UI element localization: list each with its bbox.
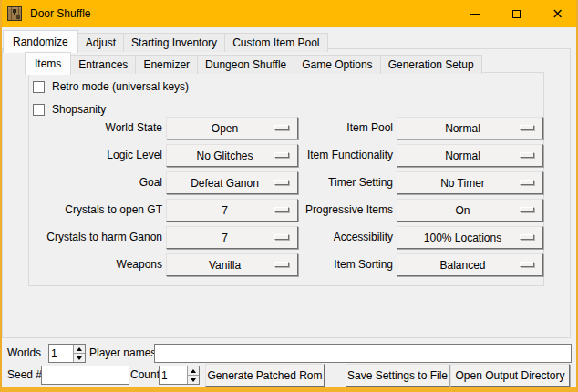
app-window: Door Shuffle × Randomize Adjust Starting… xyxy=(0,0,578,392)
item-functionality-value: Normal xyxy=(445,150,480,162)
dropdown-indicator-icon xyxy=(520,262,534,267)
maximize-icon xyxy=(512,10,521,18)
worlds-spinner[interactable] xyxy=(48,344,86,363)
timer-setting-value: No Timer xyxy=(440,177,485,190)
weapons-value: Vanilla xyxy=(209,259,241,272)
dropdown-indicator-icon xyxy=(520,207,534,212)
count-spin-up-button[interactable] xyxy=(188,366,199,375)
count-spinner-arrows xyxy=(187,366,199,384)
seed-input[interactable] xyxy=(41,366,129,385)
progressive-items-value: On xyxy=(455,204,470,217)
count-spin-down-button[interactable] xyxy=(188,375,199,384)
worlds-spin-up-button[interactable] xyxy=(74,345,85,353)
shopsanity-label: Shopsanity xyxy=(52,103,106,116)
tab-items[interactable]: Items xyxy=(25,52,71,75)
crystals-ganon-value: 7 xyxy=(222,232,228,244)
weapons-label: Weapons xyxy=(31,253,162,276)
arrow-down-icon xyxy=(77,356,82,360)
count-spinner[interactable] xyxy=(159,366,200,385)
window-title: Door Shuffle xyxy=(30,7,91,20)
items-panel: Retro mode (universal keys) Shopsanity W… xyxy=(28,72,544,286)
logic-level-label: Logic Level xyxy=(31,144,162,167)
shopsanity-checkbox-row[interactable]: Shopsanity xyxy=(33,102,106,117)
tab-game-options[interactable]: Game Options xyxy=(294,55,380,74)
dropdown-indicator-icon xyxy=(520,180,534,185)
worlds-label: Worlds xyxy=(7,344,41,363)
world-state-value: Open xyxy=(212,122,238,135)
worlds-input[interactable] xyxy=(49,345,73,362)
item-sorting-label: Item Sorting xyxy=(262,253,393,276)
crystals-gt-value: 7 xyxy=(222,204,228,217)
timer-setting-dropdown[interactable]: No Timer xyxy=(397,171,543,194)
crystals-ganon-label: Crystals to harm Ganon xyxy=(31,226,162,249)
goal-label: Goal xyxy=(31,171,162,194)
main-tabstrip: Randomize Adjust Starting Inventory Cust… xyxy=(3,30,327,52)
accessibility-dropdown[interactable]: 100% Locations xyxy=(397,226,543,249)
randomize-panel: Retro mode (universal keys) Shopsanity W… xyxy=(2,48,571,338)
item-functionality-label: Item Functionality xyxy=(262,144,393,167)
progressive-items-label: Progressive Items xyxy=(262,199,393,222)
count-label: Count xyxy=(130,366,160,385)
progressive-items-dropdown[interactable]: On xyxy=(397,199,543,222)
sub-tabstrip: Items Entrances Enemizer Dungeon Shuffle… xyxy=(25,52,481,74)
minimize-icon xyxy=(470,14,480,15)
dropdown-indicator-icon xyxy=(520,234,534,240)
item-sorting-dropdown[interactable]: Balanced xyxy=(397,253,543,276)
world-state-label: World State xyxy=(31,117,162,139)
retro-mode-checkbox-row[interactable]: Retro mode (universal keys) xyxy=(33,79,189,94)
item-sorting-value: Balanced xyxy=(439,259,485,272)
timer-setting-label: Timer Setting xyxy=(262,171,393,194)
item-pool-value: Normal xyxy=(445,122,480,135)
count-input[interactable] xyxy=(160,366,187,384)
item-pool-dropdown[interactable]: Normal xyxy=(397,117,543,139)
player-names-label: Player names xyxy=(89,344,156,363)
close-button[interactable]: × xyxy=(537,0,578,27)
tab-dungeon-shuffle[interactable]: Dungeon Shuffle xyxy=(197,55,294,74)
tab-randomize[interactable]: Randomize xyxy=(3,30,78,53)
item-pool-label: Item Pool xyxy=(262,117,393,139)
player-names-input[interactable] xyxy=(154,344,572,363)
tab-enemizer[interactable]: Enemizer xyxy=(135,55,198,74)
logic-level-value: No Glitches xyxy=(196,150,253,162)
worlds-spinner-arrows xyxy=(73,345,85,362)
arrow-down-icon xyxy=(191,378,196,382)
accessibility-value: 100% Locations xyxy=(424,232,501,244)
maximize-button[interactable] xyxy=(496,0,537,27)
tab-starting-inventory[interactable]: Starting Inventory xyxy=(123,33,225,52)
close-icon: × xyxy=(552,7,563,21)
tab-entrances[interactable]: Entrances xyxy=(70,55,136,74)
client-area: Randomize Adjust Starting Inventory Cust… xyxy=(0,27,578,387)
app-icon xyxy=(6,5,23,22)
generate-patched-rom-button[interactable]: Generate Patched Rom xyxy=(205,364,325,387)
item-functionality-dropdown[interactable]: Normal xyxy=(397,144,543,167)
dropdown-indicator-icon xyxy=(520,125,534,130)
save-settings-button[interactable]: Save Settings to File xyxy=(346,364,449,387)
titlebar: Door Shuffle × xyxy=(0,0,578,27)
retro-mode-label: Retro mode (universal keys) xyxy=(52,80,189,93)
window-controls: × xyxy=(455,0,578,27)
accessibility-label: Accessibility xyxy=(262,226,393,249)
seed-label: Seed # xyxy=(7,366,42,385)
retro-mode-checkbox[interactable] xyxy=(33,81,45,93)
arrow-up-icon xyxy=(77,347,82,351)
shopsanity-checkbox[interactable] xyxy=(33,104,45,116)
tab-custom-item-pool[interactable]: Custom Item Pool xyxy=(224,33,327,52)
goal-value: Defeat Ganon xyxy=(191,177,259,190)
dropdown-indicator-icon xyxy=(520,152,534,158)
minimize-button[interactable] xyxy=(455,0,496,27)
worlds-spin-down-button[interactable] xyxy=(74,353,85,362)
crystals-gt-label: Crystals to open GT xyxy=(31,199,162,222)
tab-generation-setup[interactable]: Generation Setup xyxy=(380,55,482,74)
arrow-up-icon xyxy=(191,369,196,373)
tab-adjust[interactable]: Adjust xyxy=(77,33,124,52)
open-output-directory-button[interactable]: Open Output Directory xyxy=(450,364,570,387)
